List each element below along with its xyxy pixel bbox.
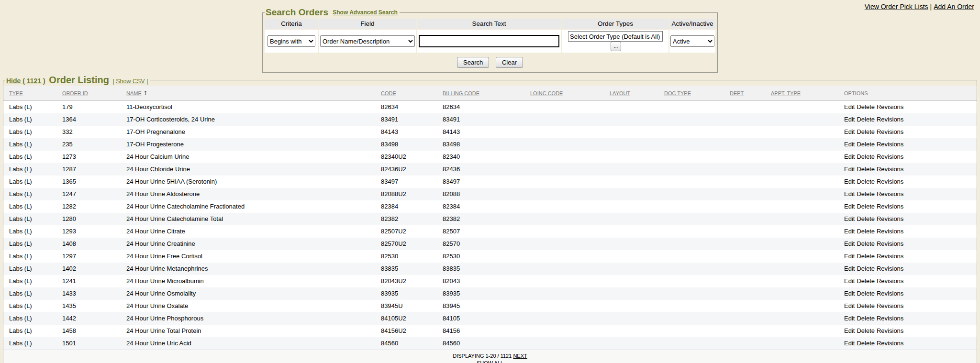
- edit-link[interactable]: Edit: [844, 253, 855, 260]
- edit-link[interactable]: Edit: [844, 302, 855, 309]
- edit-link[interactable]: Edit: [844, 203, 855, 210]
- edit-link[interactable]: Edit: [844, 190, 855, 198]
- revisions-link[interactable]: Revisions: [877, 103, 903, 110]
- criteria-select[interactable]: Begins with: [267, 35, 315, 47]
- delete-link[interactable]: Delete: [857, 302, 875, 309]
- field-select[interactable]: Order Name/Description: [320, 35, 415, 47]
- edit-link[interactable]: Edit: [844, 153, 855, 160]
- revisions-link[interactable]: Revisions: [877, 141, 903, 148]
- edit-link[interactable]: Edit: [844, 228, 855, 235]
- edit-link[interactable]: Edit: [844, 141, 855, 148]
- revisions-link[interactable]: Revisions: [877, 128, 903, 135]
- revisions-link[interactable]: Revisions: [877, 302, 903, 309]
- revisions-link[interactable]: Revisions: [877, 277, 903, 285]
- delete-link[interactable]: Delete: [857, 240, 875, 247]
- revisions-link[interactable]: Revisions: [877, 253, 903, 260]
- clear-button[interactable]: Clear: [496, 57, 523, 68]
- column-header-name[interactable]: NAME↥: [124, 86, 379, 100]
- edit-link[interactable]: Edit: [844, 290, 855, 297]
- delete-link[interactable]: Delete: [857, 265, 875, 272]
- revisions-link[interactable]: Revisions: [877, 190, 903, 198]
- doc-type-cell: [662, 138, 728, 151]
- options-cell: EditDeleteRevisions: [842, 312, 977, 325]
- revisions-link[interactable]: Revisions: [877, 290, 903, 297]
- show-csv-link[interactable]: Show CSV: [116, 78, 145, 85]
- code-cell: 83935: [379, 287, 441, 300]
- dept-cell: [728, 126, 769, 138]
- edit-link[interactable]: Edit: [844, 240, 855, 247]
- edit-link[interactable]: Edit: [844, 277, 855, 285]
- column-header-doc-type[interactable]: DOC TYPE: [662, 86, 728, 100]
- column-header-type[interactable]: TYPE: [3, 86, 60, 100]
- appt-type-cell: [769, 275, 842, 287]
- column-header-loinc-code[interactable]: LOINC CODE: [528, 86, 608, 100]
- edit-link[interactable]: Edit: [844, 165, 855, 173]
- edit-link[interactable]: Edit: [844, 103, 855, 110]
- delete-link[interactable]: Delete: [857, 128, 875, 135]
- layout-cell: [608, 126, 662, 138]
- show-all-link[interactable]: SHOW ALL: [477, 360, 503, 363]
- view-order-pick-lists-link[interactable]: View Order Pick Lists: [865, 3, 928, 11]
- add-an-order-link[interactable]: Add An Order: [934, 3, 974, 11]
- order-type-input[interactable]: [568, 31, 663, 42]
- revisions-link[interactable]: Revisions: [877, 340, 903, 347]
- column-header-billing-code[interactable]: BILLING CODE: [441, 86, 528, 100]
- revisions-link[interactable]: Revisions: [877, 178, 903, 185]
- delete-link[interactable]: Delete: [857, 315, 875, 322]
- delete-link[interactable]: Delete: [857, 190, 875, 198]
- hide-count-link[interactable]: Hide ( 1121 ): [6, 77, 45, 85]
- order-type-browse-button[interactable]: ...: [611, 42, 621, 51]
- delete-link[interactable]: Delete: [857, 215, 875, 222]
- edit-link[interactable]: Edit: [844, 215, 855, 222]
- search-text-input[interactable]: [419, 35, 559, 47]
- show-advanced-search-link[interactable]: Show Advanced Search: [333, 9, 398, 16]
- search-button[interactable]: Search: [457, 57, 489, 68]
- delete-link[interactable]: Delete: [857, 141, 875, 148]
- delete-link[interactable]: Delete: [857, 253, 875, 260]
- next-page-link[interactable]: NEXT: [513, 353, 527, 359]
- options-cell: EditDeleteRevisions: [842, 200, 977, 213]
- edit-link[interactable]: Edit: [844, 128, 855, 135]
- column-header-layout[interactable]: LAYOUT: [608, 86, 662, 100]
- revisions-link[interactable]: Revisions: [877, 327, 903, 334]
- revisions-link[interactable]: Revisions: [877, 203, 903, 210]
- edit-link[interactable]: Edit: [844, 178, 855, 185]
- edit-link[interactable]: Edit: [844, 327, 855, 334]
- delete-link[interactable]: Delete: [857, 327, 875, 334]
- type-cell: Labs (L): [3, 337, 60, 350]
- options-cell: EditDeleteRevisions: [842, 263, 977, 275]
- revisions-link[interactable]: Revisions: [877, 153, 903, 160]
- column-header-code[interactable]: CODE: [379, 86, 441, 100]
- delete-link[interactable]: Delete: [857, 277, 875, 285]
- type-cell: Labs (L): [3, 188, 60, 200]
- edit-link[interactable]: Edit: [844, 116, 855, 123]
- column-header-appt-type[interactable]: APPT. TYPE: [769, 86, 842, 100]
- edit-link[interactable]: Edit: [844, 265, 855, 272]
- loinc-code-cell: [528, 213, 608, 225]
- delete-link[interactable]: Delete: [857, 116, 875, 123]
- delete-link[interactable]: Delete: [857, 203, 875, 210]
- edit-link[interactable]: Edit: [844, 340, 855, 347]
- revisions-link[interactable]: Revisions: [877, 315, 903, 322]
- delete-link[interactable]: Delete: [857, 290, 875, 297]
- column-header-dept[interactable]: DEPT: [728, 86, 769, 100]
- delete-link[interactable]: Delete: [857, 165, 875, 173]
- delete-link[interactable]: Delete: [857, 178, 875, 185]
- active-inactive-select[interactable]: Active: [670, 35, 714, 47]
- edit-link[interactable]: Edit: [844, 315, 855, 322]
- revisions-link[interactable]: Revisions: [877, 240, 903, 247]
- appt-type-cell: [769, 176, 842, 188]
- revisions-link[interactable]: Revisions: [877, 165, 903, 173]
- delete-link[interactable]: Delete: [857, 340, 875, 347]
- delete-link[interactable]: Delete: [857, 103, 875, 110]
- delete-link[interactable]: Delete: [857, 153, 875, 160]
- revisions-link[interactable]: Revisions: [877, 265, 903, 272]
- revisions-link[interactable]: Revisions: [877, 116, 903, 123]
- delete-link[interactable]: Delete: [857, 228, 875, 235]
- revisions-link[interactable]: Revisions: [877, 228, 903, 235]
- dept-cell: [728, 250, 769, 263]
- options-cell: EditDeleteRevisions: [842, 250, 977, 263]
- revisions-link[interactable]: Revisions: [877, 215, 903, 222]
- column-header-order-id[interactable]: ORDER ID: [60, 86, 124, 100]
- type-cell: Labs (L): [3, 287, 60, 300]
